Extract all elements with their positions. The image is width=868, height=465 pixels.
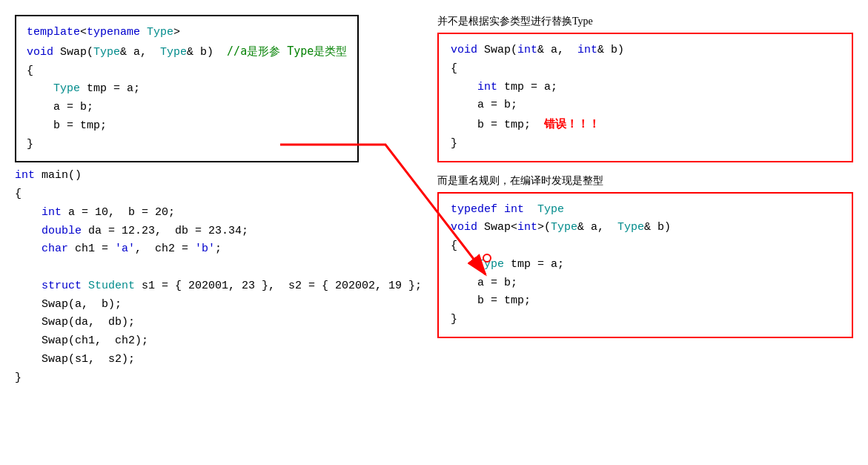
code-line: Swap(s1, s2); (15, 351, 423, 369)
code-line: typedef int Type (451, 201, 840, 220)
code-line: { (27, 62, 347, 81)
code-line: void Swap(int& a, int& b) (451, 42, 840, 60)
code-line: template<typename Type> (27, 24, 347, 42)
code-line: double da = 12.23, db = 23.34; (15, 222, 423, 241)
code-line: } (451, 135, 840, 154)
code-line: { (451, 237, 840, 256)
code-line: Swap(a, b); (15, 296, 423, 314)
code-line: Type tmp = a; (27, 80, 347, 99)
code-line: Swap(ch1, ch2); (15, 332, 423, 351)
code-line: } (451, 311, 840, 329)
code-line: } (27, 136, 347, 154)
code-line: int a = 10, b = 20; (15, 204, 423, 222)
code-line: Swap(da, db); (15, 314, 423, 332)
code-line: { (451, 60, 840, 79)
top-red-box: void Swap(int& a, int& b){ int tmp = a; … (437, 33, 853, 162)
right-panel: 并不是根据实参类型进行替换Type void Swap(int& a, int&… (430, 0, 868, 465)
bottom-label: 而是重名规则，在编译时发现是整型 (437, 174, 853, 188)
template-code-box: template<typename Type>void Swap(Type& a… (15, 15, 359, 162)
main-container: template<typename Type>void Swap(Type& a… (0, 0, 868, 465)
main-code-block: int main(){ int a = 10, b = 20; double d… (15, 167, 423, 387)
code-line: a = b; (451, 274, 840, 293)
code-line: b = tmp; (27, 117, 347, 136)
code-line: char ch1 = 'a', ch2 = 'b'; (15, 240, 423, 259)
code-line: struct Student s1 = { 202001, 23 }, s2 =… (15, 277, 423, 296)
code-line: int tmp = a; (451, 79, 840, 97)
code-line: a = b; (27, 99, 347, 117)
code-line: b = tmp; (451, 292, 840, 311)
top-label: 并不是根据实参类型进行替换Type (437, 15, 853, 28)
code-line: a = b; (451, 96, 840, 115)
code-line: void Swap<int>(Type& a, Type& b) (451, 219, 840, 237)
code-line: b = tmp; 错误！！！ (451, 115, 840, 135)
bottom-red-box: typedef int Typevoid Swap<int>(Type& a, … (437, 192, 853, 338)
code-line: Type tmp = a; (451, 256, 840, 274)
code-line: void Swap(Type& a, Type& b) //a是形参 Type是… (27, 42, 347, 62)
code-line: { (15, 185, 423, 204)
code-line: int main() (15, 167, 423, 185)
left-panel: template<typename Type>void Swap(Type& a… (0, 0, 430, 465)
code-line: } (15, 369, 423, 388)
code-line (15, 259, 423, 277)
